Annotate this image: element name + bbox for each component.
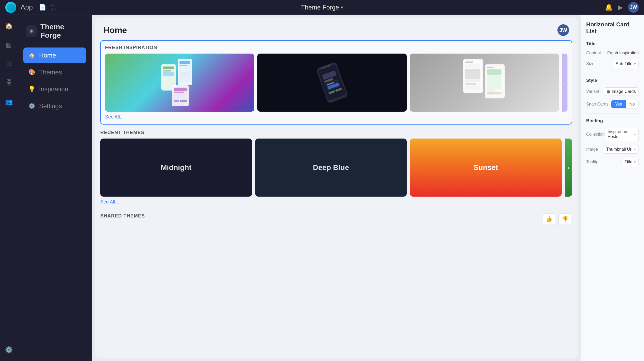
svg-rect-12: [179, 67, 190, 72]
right-panel-title: Horizontal Card List: [586, 21, 639, 35]
inspiration-card-3[interactable]: [410, 54, 559, 112]
theme-card-sunset[interactable]: Sunset: [410, 139, 562, 197]
svg-rect-20: [180, 100, 187, 102]
panel-size-dropdown[interactable]: Sub-Title ▾: [613, 60, 639, 68]
recent-themes-section: RECENT THEMES Midnight Deep Blue Sunset …: [100, 130, 572, 205]
forge-icon: [28, 28, 35, 35]
overflow-chevron-icon: ›: [564, 80, 566, 86]
select-icon[interactable]: ⬚: [50, 4, 56, 11]
panel-title-section-label: Title: [586, 41, 639, 46]
snap-cards-toggle[interactable]: Yes No: [611, 100, 639, 108]
panel-content-value: Fresh Inspiration: [607, 51, 639, 55]
shared-themes-section: SHARED THEMES 👍 👎: [100, 210, 572, 225]
panel-tooltip-value: Title: [624, 160, 632, 164]
svg-rect-6: [163, 70, 171, 72]
page-title: Home: [103, 25, 127, 35]
svg-rect-35: [465, 69, 480, 79]
fresh-inspiration-see-all[interactable]: See All...: [105, 114, 124, 120]
panel-image-dropdown[interactable]: Thumbnail Url ▾: [603, 145, 639, 154]
main-layout: 🏠 ▦ ⊞ 🗄 👥 ⚙️ Theme Forge 🏠 Home 🎨 Themes: [0, 15, 644, 361]
panel-content-row: Content Fresh Inspiration: [586, 51, 639, 55]
home-icon: 🏠: [28, 52, 35, 59]
topbar-tools: 📄 ⬚: [39, 4, 56, 11]
fresh-inspiration-section: FRESH INSPIRATION: [100, 40, 572, 125]
topbar-title-group[interactable]: Theme Forge ▾: [301, 4, 343, 11]
thumbs-up-icon: 👍: [546, 216, 552, 222]
svg-rect-41: [487, 67, 494, 68]
svg-rect-37: [465, 83, 476, 85]
fresh-inspiration-label: FRESH INSPIRATION: [105, 45, 567, 50]
settings-nav-icon[interactable]: ⚙️: [3, 344, 15, 356]
svg-rect-7: [163, 72, 174, 76]
svg-rect-13: [179, 72, 190, 77]
nav-title-group: Theme Forge: [23, 23, 86, 48]
panel-variant-row: Variant ▦ Image Cards: [586, 87, 639, 96]
right-panel: Horizontal Card List Title Content Fresh…: [581, 15, 644, 361]
inspiration-overflow-btn[interactable]: ›: [562, 54, 567, 112]
panel-tooltip-dropdown[interactable]: Title ▾: [622, 158, 639, 166]
sidebar-item-label-themes: Themes: [39, 69, 62, 76]
fresh-inspiration-box: FRESH INSPIRATION: [100, 40, 572, 125]
notification-icon[interactable]: 🔔: [605, 4, 613, 11]
shared-themes-label: SHARED THEMES: [100, 213, 145, 219]
svg-rect-18: [174, 94, 187, 99]
panel-collection-dropdown[interactable]: Inspiration Posts ▾: [605, 128, 639, 141]
theme-card-midnight[interactable]: Midnight: [100, 139, 252, 197]
layout-nav-icon[interactable]: ⊞: [3, 58, 15, 70]
panel-variant-dropdown[interactable]: ▦ Image Cards: [604, 87, 639, 96]
size-dropdown-chevron: ▾: [634, 62, 636, 66]
theme-sunset-label: Sunset: [473, 163, 498, 172]
theme-midnight-label: Midnight: [161, 163, 192, 172]
home-nav-icon[interactable]: 🏠: [3, 20, 15, 32]
themes-overflow-btn[interactable]: ›: [565, 139, 572, 197]
panel-tooltip-row: Tooltip Title ▾: [586, 158, 639, 166]
theme-card-deepblue[interactable]: Deep Blue: [255, 139, 407, 197]
sidebar-item-inspiration[interactable]: 💡 Inspiration: [23, 81, 86, 97]
svg-rect-45: [487, 92, 501, 94]
panel-snap-key: Snap Cards: [586, 102, 609, 107]
recent-themes-label: RECENT THEMES: [100, 130, 572, 135]
panel-style-section-label: Style: [586, 78, 639, 83]
svg-rect-38: [465, 86, 480, 90]
sidebar-item-themes[interactable]: 🎨 Themes: [23, 64, 86, 80]
svg-rect-43: [487, 75, 501, 89]
users-nav-icon[interactable]: 👥: [3, 96, 15, 108]
data-nav-icon[interactable]: 🗄: [3, 77, 15, 89]
sidebar-item-home[interactable]: 🏠 Home: [23, 48, 86, 63]
variant-icon: ▦: [607, 89, 610, 94]
left-nav: Theme Forge 🏠 Home 🎨 Themes 💡 Inspiratio…: [18, 15, 92, 361]
user-avatar[interactable]: JW: [628, 2, 639, 13]
page-header: Home JW: [95, 18, 577, 40]
svg-rect-5: [163, 66, 174, 69]
snap-no-button[interactable]: No: [626, 100, 638, 108]
svg-rect-34: [465, 64, 480, 68]
sidebar-item-label-home: Home: [39, 52, 56, 59]
inspiration-cards-row: ›: [105, 54, 567, 112]
inspiration-card-2[interactable]: [257, 54, 406, 112]
sidebar-item-settings[interactable]: ⚙️ Settings: [23, 98, 86, 114]
thumbs-up-button[interactable]: 👍: [543, 213, 555, 225]
app-logo[interactable]: [5, 2, 16, 13]
svg-rect-11: [179, 65, 187, 66]
panel-divider-2: [586, 113, 639, 113]
grid-nav-icon[interactable]: ▦: [3, 39, 15, 51]
page-avatar[interactable]: JW: [557, 24, 569, 36]
thumbs-down-button[interactable]: 👎: [558, 213, 571, 225]
image-dropdown-chevron: ▾: [634, 147, 636, 151]
svg-rect-16: [174, 88, 187, 91]
inspiration-card-1[interactable]: [105, 54, 254, 112]
panel-size-value: Sub-Title: [616, 61, 632, 66]
panel-collection-row: Collection Inspiration Posts ▾: [586, 128, 639, 141]
play-icon[interactable]: ▶: [618, 4, 623, 11]
svg-point-2: [31, 30, 32, 32]
collection-dropdown-chevron: ▾: [634, 132, 636, 136]
panel-size-row: Size Sub-Title ▾: [586, 60, 639, 68]
file-icon[interactable]: 📄: [39, 4, 46, 11]
nav-logo-icon: [26, 25, 37, 37]
snap-yes-button[interactable]: Yes: [611, 100, 626, 108]
panel-size-key: Size: [586, 61, 594, 66]
theme-overflow-chevron-icon: ›: [568, 165, 569, 170]
recent-themes-see-all[interactable]: See All...: [100, 199, 119, 205]
panel-image-key: Image: [586, 147, 598, 152]
thumbs-actions: 👍 👎: [543, 213, 572, 225]
